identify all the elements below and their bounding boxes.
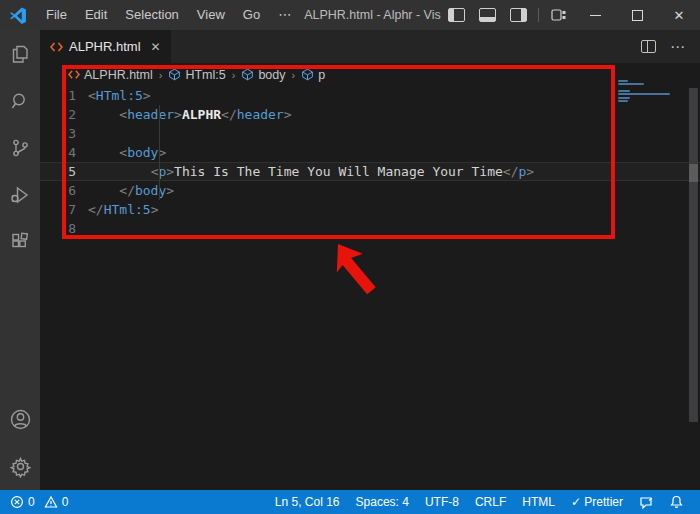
source-control-icon[interactable] — [0, 124, 40, 171]
line-number: 6 — [40, 181, 88, 200]
code-line-1[interactable]: 1<HTml:5> — [40, 86, 700, 105]
problems-summary[interactable]: 0 0 — [0, 495, 68, 509]
settings-gear-icon[interactable] — [0, 443, 40, 490]
maximize-button[interactable] — [616, 0, 658, 30]
minimap-line — [618, 83, 644, 85]
account-icon[interactable] — [0, 396, 40, 443]
line-content: </body> — [88, 181, 174, 200]
titlebar-controls: ✕ — [441, 0, 700, 30]
statusbar-item-crlf[interactable]: CRLF — [468, 495, 513, 509]
html-file-icon — [50, 41, 63, 53]
error-icon — [10, 495, 24, 509]
line-content: <HTml:5> — [88, 86, 151, 105]
extensions-icon[interactable] — [0, 218, 40, 265]
warning-count: 0 — [62, 495, 69, 509]
menubar: FileEditSelectionViewGo⋯ — [37, 0, 300, 30]
code-line-4[interactable]: 4 <body> — [40, 143, 700, 162]
minimize-button[interactable] — [574, 0, 616, 30]
split-editor-icon[interactable] — [641, 40, 656, 53]
breadcrumb-item-html5[interactable]: HTml:5 — [168, 68, 225, 82]
minimap-line — [618, 90, 630, 92]
menu-go[interactable]: Go — [234, 0, 269, 30]
indent-guide — [159, 105, 160, 200]
feedback-icon[interactable] — [632, 496, 661, 509]
html-file-icon — [68, 69, 80, 80]
toggle-panel-icon[interactable] — [479, 8, 496, 22]
line-number: 5 — [40, 162, 88, 181]
menu-selection[interactable]: Selection — [116, 0, 187, 30]
code-line-7[interactable]: 7</HTml:5> — [40, 200, 700, 219]
tab-bar: ALPHR.html ✕ ⋯ — [40, 30, 700, 63]
warning-icon — [44, 495, 58, 509]
minimap-line — [618, 100, 628, 102]
statusbar-item-prettier[interactable]: ✓ Prettier — [564, 495, 630, 509]
line-content: </HTml:5> — [88, 200, 158, 219]
toggle-primary-sidebar-icon[interactable] — [448, 8, 465, 22]
minimap-line — [618, 97, 630, 99]
menu-file[interactable]: File — [37, 0, 76, 30]
toggle-secondary-sidebar-icon[interactable] — [510, 8, 527, 22]
breadcrumb-separator: › — [231, 69, 237, 81]
editor-actions: ⋯ — [641, 30, 700, 63]
statusbar-item-ln5col16[interactable]: Ln 5, Col 16 — [268, 495, 347, 509]
vscode-window: FileEditSelectionViewGo⋯ ALPHR.html - Al… — [0, 0, 700, 514]
line-content: <body> — [88, 143, 166, 162]
breadcrumb: ALPHR.html›HTml:5›body›p — [40, 63, 700, 86]
more-actions-icon[interactable]: ⋯ — [670, 38, 686, 56]
breadcrumb-separator: › — [291, 69, 297, 81]
scrollbar-thumb[interactable] — [689, 164, 698, 182]
breadcrumb-label: ALPHR.html — [84, 68, 153, 82]
tab-label: ALPHR.html — [69, 39, 141, 54]
minimap[interactable] — [618, 80, 678, 140]
breadcrumb-label: p — [318, 68, 325, 82]
activity-bar — [0, 30, 40, 490]
line-number: 7 — [40, 200, 88, 219]
code-line-5[interactable]: 5 <p>This Is The Time You Will Manage Yo… — [40, 162, 700, 181]
line-number: 3 — [40, 124, 88, 143]
code-line-6[interactable]: 6 </body> — [40, 181, 700, 200]
editor-group: ALPHR.html ✕ ⋯ ALPHR.html›HTml:5›body›p … — [40, 30, 700, 490]
menu-view[interactable]: View — [188, 0, 234, 30]
statusbar-item-spaces4[interactable]: Spaces: 4 — [349, 495, 416, 509]
status-bar: 0 0 Ln 5, Col 16Spaces: 4UTF-8CRLFHTML✓ … — [0, 490, 700, 514]
line-number: 8 — [40, 219, 88, 238]
vscode-logo-icon — [9, 6, 27, 24]
line-content: <header>ALPHR</header> — [88, 105, 292, 124]
run-debug-icon[interactable] — [0, 171, 40, 218]
breadcrumb-label: HTml:5 — [185, 68, 225, 82]
code-line-2[interactable]: 2 <header>ALPHR</header> — [40, 105, 700, 124]
line-content: <p>This Is The Time You Will Manage Your… — [88, 162, 534, 181]
scrollbar-track[interactable] — [689, 88, 698, 422]
minimap-line — [618, 93, 670, 95]
error-count: 0 — [28, 495, 35, 509]
close-button[interactable]: ✕ — [658, 0, 700, 30]
breadcrumb-item-alphrhtml[interactable]: ALPHR.html — [68, 68, 153, 82]
symbol-cube-icon — [241, 68, 254, 81]
breadcrumb-separator: › — [158, 69, 164, 81]
line-number: 2 — [40, 105, 88, 124]
code-line-8[interactable]: 8 — [40, 219, 700, 238]
tab-alphr-html[interactable]: ALPHR.html ✕ — [40, 30, 171, 63]
notifications-bell-icon[interactable] — [663, 495, 690, 509]
minimap-line — [618, 80, 628, 82]
search-icon[interactable] — [0, 77, 40, 124]
statusbar-item-html[interactable]: HTML — [515, 495, 562, 509]
divider — [538, 8, 539, 22]
breadcrumb-label: body — [258, 68, 285, 82]
code-area[interactable]: 1<HTml:5>2 <header>ALPHR</header>34 <bod… — [40, 86, 700, 238]
breadcrumb-item-p[interactable]: p — [301, 68, 325, 82]
code-line-3[interactable]: 3 — [40, 124, 700, 143]
customize-layout-icon[interactable] — [551, 8, 566, 22]
menu-[interactable]: ⋯ — [269, 0, 300, 30]
titlebar: FileEditSelectionViewGo⋯ ALPHR.html - Al… — [0, 0, 700, 30]
breadcrumb-item-body[interactable]: body — [241, 68, 285, 82]
symbol-cube-icon — [168, 68, 181, 81]
menu-edit[interactable]: Edit — [76, 0, 116, 30]
line-number: 4 — [40, 143, 88, 162]
window-title: ALPHR.html - Alphr - Visu... — [300, 8, 441, 22]
tab-close-icon[interactable]: ✕ — [151, 40, 161, 54]
symbol-cube-icon — [301, 68, 314, 81]
line-number: 1 — [40, 86, 88, 105]
statusbar-item-utf8[interactable]: UTF-8 — [418, 495, 466, 509]
explorer-icon[interactable] — [0, 30, 40, 77]
